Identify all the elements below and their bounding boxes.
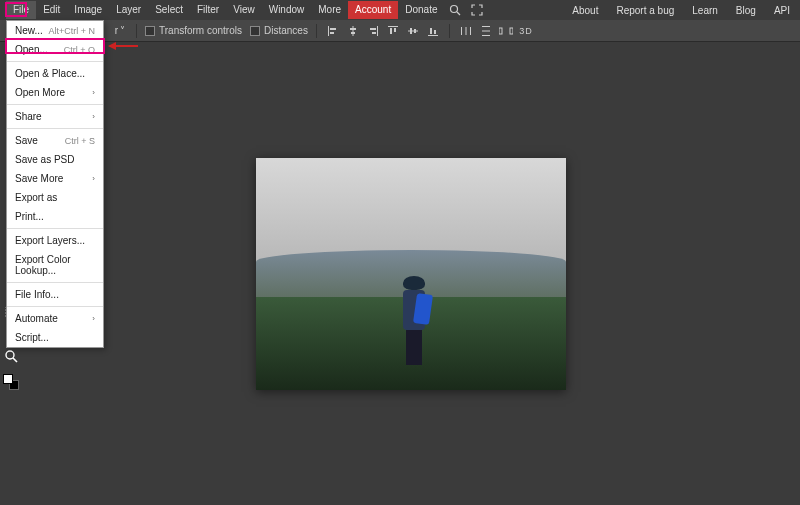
distances-label: Distances bbox=[264, 25, 308, 36]
link-api[interactable]: API bbox=[770, 2, 794, 19]
menu-item-label: Open & Place... bbox=[15, 68, 85, 79]
file-menu-item-save-more[interactable]: Save More› bbox=[7, 169, 103, 188]
menu-item-label: Print... bbox=[15, 211, 44, 222]
fullscreen-icon[interactable] bbox=[466, 1, 488, 19]
menu-select[interactable]: Select bbox=[148, 1, 190, 19]
svg-rect-19 bbox=[434, 30, 436, 34]
menu-item-shortcut: Alt+Ctrl + N bbox=[48, 26, 95, 36]
svg-rect-6 bbox=[350, 28, 356, 30]
svg-point-29 bbox=[6, 351, 14, 359]
align-bottom-icon[interactable] bbox=[425, 23, 441, 39]
menu-item-shortcut: Ctrl + S bbox=[65, 136, 95, 146]
menu-separator bbox=[7, 282, 103, 283]
svg-rect-24 bbox=[482, 30, 490, 31]
svg-rect-4 bbox=[330, 32, 334, 34]
svg-rect-26 bbox=[499, 28, 502, 34]
menu-file[interactable]: File bbox=[6, 1, 36, 19]
link-report-bug[interactable]: Report a bug bbox=[612, 2, 678, 19]
menu-filter[interactable]: Filter bbox=[190, 1, 226, 19]
menu-item-label: Open... bbox=[15, 44, 48, 55]
3d-icon[interactable]: 3D bbox=[518, 23, 534, 39]
svg-rect-11 bbox=[388, 26, 398, 27]
distances-checkbox[interactable]: Distances bbox=[250, 25, 308, 36]
separator bbox=[136, 24, 137, 38]
menu-item-label: Export Color Lookup... bbox=[15, 254, 95, 276]
align-left-icon[interactable] bbox=[325, 23, 341, 39]
options-toolbar: r ˅ Transform controls Distances 3D bbox=[0, 20, 800, 42]
svg-rect-14 bbox=[408, 30, 418, 31]
file-menu-item-save[interactable]: SaveCtrl + S bbox=[7, 131, 103, 150]
menu-edit[interactable]: Edit bbox=[36, 1, 67, 19]
zoom-tool-icon[interactable] bbox=[3, 348, 19, 364]
file-menu-item-new[interactable]: New...Alt+Ctrl + N bbox=[7, 21, 103, 40]
menu-item-shortcut: Ctrl + O bbox=[64, 45, 95, 55]
menu-more[interactable]: More bbox=[311, 1, 348, 19]
menu-item-label: Export Layers... bbox=[15, 235, 85, 246]
menu-image[interactable]: Image bbox=[67, 1, 109, 19]
search-icon[interactable] bbox=[444, 1, 466, 19]
menu-separator bbox=[7, 228, 103, 229]
svg-rect-25 bbox=[482, 35, 490, 36]
chevron-right-icon: › bbox=[92, 88, 95, 97]
tool-preset-icon[interactable]: r ˅ bbox=[112, 23, 128, 39]
checkbox-icon bbox=[145, 26, 155, 36]
menu-view[interactable]: View bbox=[226, 1, 262, 19]
svg-line-30 bbox=[13, 358, 17, 362]
file-menu-item-automate[interactable]: Automate› bbox=[7, 309, 103, 328]
align-middle-v-icon[interactable] bbox=[405, 23, 421, 39]
file-dropdown-menu: New...Alt+Ctrl + NOpen...Ctrl + OOpen & … bbox=[6, 20, 104, 348]
more-options-icon[interactable] bbox=[498, 23, 514, 39]
file-menu-item-share[interactable]: Share› bbox=[7, 107, 103, 126]
svg-rect-17 bbox=[428, 35, 438, 36]
menubar-left: File Edit Image Layer Select Filter View… bbox=[6, 1, 488, 19]
file-menu-item-save-as-psd[interactable]: Save as PSD bbox=[7, 150, 103, 169]
link-about[interactable]: About bbox=[568, 2, 602, 19]
chevron-right-icon: › bbox=[92, 174, 95, 183]
separator bbox=[449, 24, 450, 38]
menu-donate[interactable]: Donate bbox=[398, 1, 444, 19]
chevron-right-icon: › bbox=[92, 112, 95, 121]
menu-layer[interactable]: Layer bbox=[109, 1, 148, 19]
svg-rect-22 bbox=[470, 27, 471, 35]
distribute-h-icon[interactable] bbox=[458, 23, 474, 39]
file-menu-item-export-as[interactable]: Export as bbox=[7, 188, 103, 207]
menu-account[interactable]: Account bbox=[348, 1, 398, 19]
svg-rect-5 bbox=[352, 26, 353, 36]
link-blog[interactable]: Blog bbox=[732, 2, 760, 19]
file-menu-item-open-place[interactable]: Open & Place... bbox=[7, 64, 103, 83]
file-menu-item-open-more[interactable]: Open More› bbox=[7, 83, 103, 102]
menu-item-label: Save More bbox=[15, 173, 63, 184]
foreground-color-swatch[interactable] bbox=[3, 374, 13, 384]
color-swatches[interactable] bbox=[3, 374, 19, 390]
file-menu-item-export-color-lookup[interactable]: Export Color Lookup... bbox=[7, 250, 103, 280]
menu-window[interactable]: Window bbox=[262, 1, 312, 19]
file-menu-item-file-info[interactable]: File Info... bbox=[7, 285, 103, 304]
align-center-h-icon[interactable] bbox=[345, 23, 361, 39]
checkbox-icon bbox=[250, 26, 260, 36]
menu-item-label: Export as bbox=[15, 192, 57, 203]
menu-item-label: File Info... bbox=[15, 289, 59, 300]
distribute-group: 3D bbox=[458, 23, 534, 39]
distribute-v-icon[interactable] bbox=[478, 23, 494, 39]
svg-rect-9 bbox=[370, 28, 376, 30]
file-menu-item-script[interactable]: Script... bbox=[7, 328, 103, 347]
file-menu-item-print[interactable]: Print... bbox=[7, 207, 103, 226]
file-menu-item-export-layers[interactable]: Export Layers... bbox=[7, 231, 103, 250]
svg-rect-15 bbox=[410, 28, 412, 34]
svg-rect-7 bbox=[351, 32, 355, 34]
link-learn[interactable]: Learn bbox=[688, 2, 722, 19]
svg-rect-27 bbox=[510, 28, 513, 34]
canvas-image[interactable] bbox=[256, 158, 566, 390]
menu-item-label: New... bbox=[15, 25, 43, 36]
transform-controls-label: Transform controls bbox=[159, 25, 242, 36]
separator bbox=[316, 24, 317, 38]
menu-item-label: Save as PSD bbox=[15, 154, 74, 165]
menu-separator bbox=[7, 104, 103, 105]
menu-item-label: Script... bbox=[15, 332, 49, 343]
align-right-icon[interactable] bbox=[365, 23, 381, 39]
menu-item-label: Save bbox=[15, 135, 38, 146]
file-menu-item-open[interactable]: Open...Ctrl + O bbox=[7, 40, 103, 59]
canvas-area bbox=[22, 42, 800, 505]
align-top-icon[interactable] bbox=[385, 23, 401, 39]
transform-controls-checkbox[interactable]: Transform controls bbox=[145, 25, 242, 36]
